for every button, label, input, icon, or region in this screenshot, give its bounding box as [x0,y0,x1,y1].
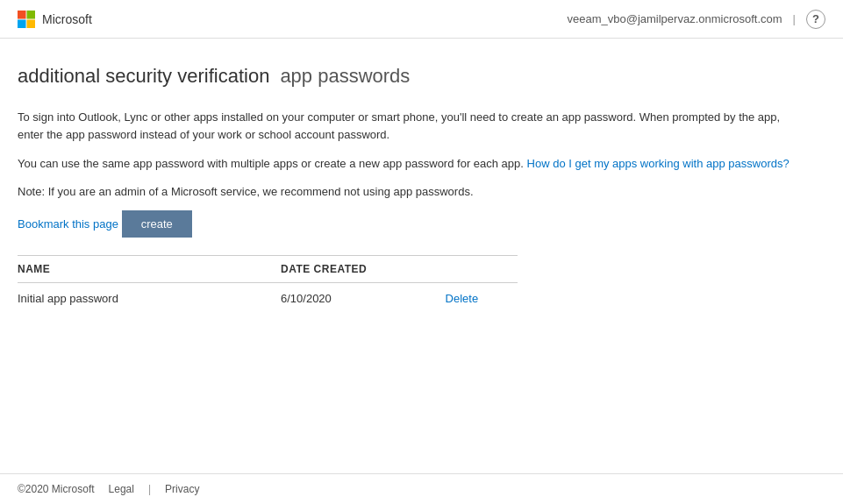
svg-rect-3 [26,19,35,28]
delete-link[interactable]: Delete [446,292,479,305]
col-header-action [446,255,518,282]
description-paragraph-1: To sign into Outlook, Lync or other apps… [18,109,807,143]
description-2-pre-text: You can use the same app password with m… [18,157,527,170]
footer-copyright: ©2020 Microsoft [18,483,95,495]
create-button[interactable]: create [122,210,192,238]
help-button[interactable]: ? [806,10,825,29]
header-divider: | [793,12,796,25]
header: Microsoft veeam_vbo@jamilpervaz.onmicros… [0,0,843,39]
admin-note: Note: If you are an admin of a Microsoft… [18,185,825,198]
table-header-row: NAME DATE CREATED [18,255,518,282]
bookmark-link[interactable]: Bookmark this page [18,217,118,231]
svg-rect-2 [18,19,26,28]
footer-divider: | [148,483,151,495]
header-right: veeam_vbo@jamilpervaz.onmicrosoft.com | … [567,10,825,29]
page-title-main: additional security verification [18,65,269,88]
footer-privacy-link[interactable]: Privacy [165,483,199,495]
svg-rect-1 [26,11,35,19]
row-app-name: Initial app password [18,282,281,314]
header-logo: Microsoft [18,11,92,28]
main-content: additional security verification app pas… [0,39,843,473]
row-action-cell: Delete [446,282,518,314]
table-row: Initial app password6/10/2020Delete [18,282,518,314]
header-brand-label: Microsoft [42,12,92,26]
page-title-row: additional security verification app pas… [18,65,825,88]
description-paragraph-2: You can use the same app password with m… [18,155,807,173]
footer: ©2020 Microsoft Legal | Privacy [0,473,843,504]
row-date-created: 6/10/2020 [281,282,446,314]
svg-rect-0 [18,11,26,19]
col-header-name: NAME [18,255,281,282]
col-header-date: DATE CREATED [281,255,446,282]
microsoft-logo-icon [18,11,35,28]
page-title-sub: app passwords [280,65,410,88]
header-user-email: veeam_vbo@jamilpervaz.onmicrosoft.com [567,12,782,25]
app-passwords-help-link[interactable]: How do I get my apps working with app pa… [527,157,789,170]
app-passwords-table: NAME DATE CREATED Initial app password6/… [18,255,518,314]
footer-legal-link[interactable]: Legal [109,483,134,495]
